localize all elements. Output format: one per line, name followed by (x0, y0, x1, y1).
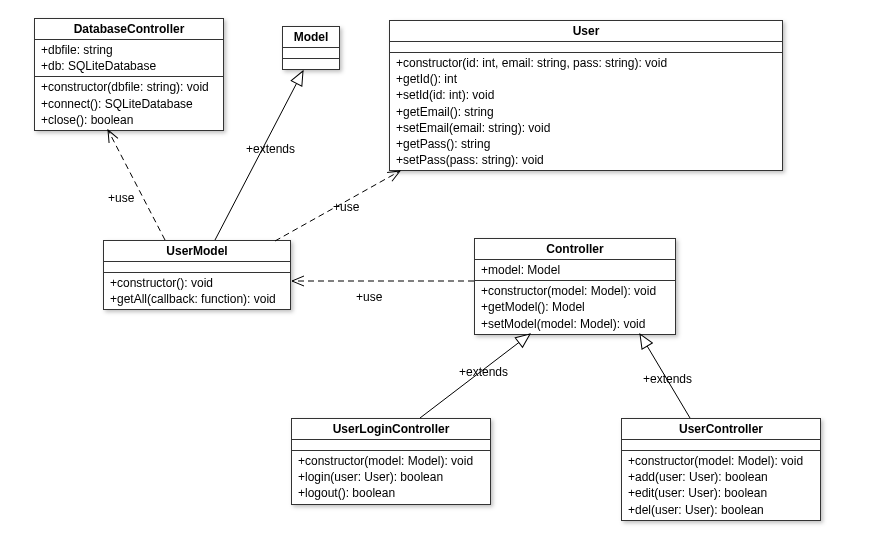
class-title: UserLoginController (292, 419, 490, 440)
class-op: +edit(user: User): boolean (628, 485, 814, 501)
class-attrs (622, 440, 820, 451)
class-op: +add(user: User): boolean (628, 469, 814, 485)
class-op: +setId(id: int): void (396, 87, 776, 103)
rel-label-extends: +extends (459, 365, 508, 379)
class-user: User +constructor(id: int, email: string… (389, 20, 783, 171)
class-ops: +constructor(model: Model): void +getMod… (475, 281, 675, 334)
class-op: +getEmail(): string (396, 104, 776, 120)
class-op: +constructor(model: Model): void (628, 453, 814, 469)
class-user-controller: UserController +constructor(model: Model… (621, 418, 821, 521)
rel-use-line (108, 130, 165, 240)
class-ops (283, 59, 339, 69)
class-op: +setEmail(email: string): void (396, 120, 776, 136)
class-title: UserController (622, 419, 820, 440)
class-op: +del(user: User): boolean (628, 502, 814, 518)
rel-label-use: +use (333, 200, 359, 214)
rel-label-use: +use (108, 191, 134, 205)
class-attrs: +dbfile: string +db: SQLiteDatabase (35, 40, 223, 77)
class-op: +getId(): int (396, 71, 776, 87)
class-ops: +constructor(dbfile: string): void +conn… (35, 77, 223, 130)
class-op: +getModel(): Model (481, 299, 669, 315)
class-title: User (390, 21, 782, 42)
class-title: Controller (475, 239, 675, 260)
class-op: +constructor(dbfile: string): void (41, 79, 217, 95)
class-op: +setModel(model: Model): void (481, 316, 669, 332)
class-op: +getPass(): string (396, 136, 776, 152)
class-attr: +model: Model (481, 262, 669, 278)
class-attr: +db: SQLiteDatabase (41, 58, 217, 74)
class-op: +constructor(model: Model): void (298, 453, 484, 469)
class-op: +logout(): boolean (298, 485, 484, 501)
rel-label-use: +use (356, 290, 382, 304)
rel-label-extends: +extends (246, 142, 295, 156)
class-attrs (390, 42, 782, 53)
class-op: +connect(): SQLiteDatabase (41, 96, 217, 112)
class-ops: +constructor(model: Model): void +login(… (292, 451, 490, 504)
class-op: +setPass(pass: string): void (396, 152, 776, 168)
class-title: UserModel (104, 241, 290, 262)
class-title: DatabaseController (35, 19, 223, 40)
class-model: Model (282, 26, 340, 70)
class-op: +getAll(callback: function): void (110, 291, 284, 307)
rel-label-extends: +extends (643, 372, 692, 386)
class-attrs: +model: Model (475, 260, 675, 281)
class-op: +close(): boolean (41, 112, 217, 128)
class-op: +constructor(model: Model): void (481, 283, 669, 299)
class-op: +constructor(id: int, email: string, pas… (396, 55, 776, 71)
class-attrs (283, 48, 339, 59)
class-database-controller: DatabaseController +dbfile: string +db: … (34, 18, 224, 131)
class-ops: +constructor(model: Model): void +add(us… (622, 451, 820, 520)
class-user-model: UserModel +constructor(): void +getAll(c… (103, 240, 291, 310)
class-op: +login(user: User): boolean (298, 469, 484, 485)
class-ops: +constructor(id: int, email: string, pas… (390, 53, 782, 170)
class-attrs (292, 440, 490, 451)
class-attr: +dbfile: string (41, 42, 217, 58)
class-attrs (104, 262, 290, 273)
class-user-login-controller: UserLoginController +constructor(model: … (291, 418, 491, 505)
class-title: Model (283, 27, 339, 48)
class-controller: Controller +model: Model +constructor(mo… (474, 238, 676, 335)
class-op: +constructor(): void (110, 275, 284, 291)
class-ops: +constructor(): void +getAll(callback: f… (104, 273, 290, 309)
